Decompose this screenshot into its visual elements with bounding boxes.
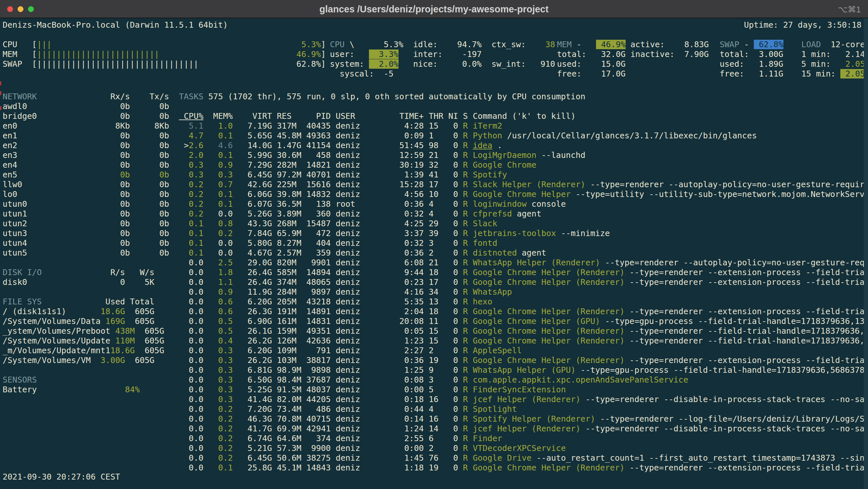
- cpu-value: 0.0: [179, 453, 203, 463]
- ni-value: 0: [448, 150, 458, 160]
- cpu-stats-line4: syscal: -5: [330, 69, 394, 79]
- user-value: deniz: [336, 248, 395, 258]
- text: [482, 40, 492, 49]
- thr-value: 2: [429, 443, 448, 453]
- tasks-counts: 575 (1702 thr), 575 run, 0 slp, 0 oth so…: [203, 92, 585, 101]
- load-line3: 5 min: 2.05: [801, 59, 865, 69]
- text: [331, 443, 336, 453]
- text: [424, 424, 429, 433]
- cpu-value: 0.0: [179, 316, 203, 326]
- rx-value: 0b: [91, 219, 130, 228]
- process-row: 0.0 0.5 6.90G 161M 14831 deniz 20:08 11 …: [179, 316, 868, 326]
- text: [468, 229, 473, 238]
- text: [272, 443, 277, 453]
- command-name: iTerm2: [473, 121, 502, 131]
- pid-value: 791: [301, 346, 331, 355]
- text: 15.0G: [596, 59, 625, 69]
- scrollbar-track[interactable]: [864, 18, 868, 489]
- command-args: --type=renderer --field-trial-handle=171…: [625, 336, 868, 345]
- text: [272, 190, 277, 199]
- text: [331, 346, 336, 355]
- virt-value: 5.21G: [233, 443, 272, 453]
- text: [272, 238, 277, 248]
- scrollback-mark-icon: [0, 91, 1, 95]
- text: [458, 307, 463, 316]
- user-value: deniz: [336, 316, 395, 326]
- tx-value: 0b: [130, 150, 169, 160]
- section-title: SENSORS: [3, 375, 37, 384]
- cpu-value: 0.0: [179, 336, 203, 345]
- gauge-label: MEM: [3, 50, 32, 59]
- scrollback-mark-icon: [0, 81, 1, 85]
- command-args: --type=renderer --autoplay-policy=no-use…: [600, 258, 868, 267]
- command-args: --type=renderer --autoplay-policy=no-use…: [585, 180, 868, 189]
- text: [331, 463, 336, 472]
- text: [424, 443, 429, 453]
- virt-value: 14.0G: [233, 141, 272, 150]
- text: [468, 287, 473, 296]
- command-args: /usr/local/Cellar/glances/3.1.7/libexec/…: [502, 131, 757, 140]
- state-value: R: [463, 278, 468, 287]
- text: [331, 395, 336, 404]
- process-row: 0.0 0.3 6.50G 98.4M 37687 deniz 0:08 3 0…: [179, 375, 688, 385]
- text: [468, 404, 473, 414]
- core-count: 12-core: [821, 40, 865, 49]
- interface-name: llw0: [3, 180, 91, 189]
- cpu-value: 0.3: [179, 170, 203, 179]
- thr-value: 3: [429, 375, 448, 384]
- cpu-value: 0.0: [179, 287, 203, 296]
- pid-value: 14831: [301, 316, 331, 326]
- command-args: --type=utility --utility-sub-type=networ…: [571, 190, 868, 199]
- network-row: utun2 0b 0b: [3, 219, 169, 229]
- command-args: --type=renderer --extension-process --fi…: [625, 355, 868, 365]
- user-value: deniz: [336, 209, 395, 219]
- thr-value: 4: [429, 209, 448, 219]
- text: 0: [100, 278, 125, 287]
- res-value: 585M: [277, 268, 301, 277]
- text: [424, 180, 429, 189]
- command-name: Spotify: [473, 170, 507, 179]
- text: [331, 404, 336, 414]
- command-name: Google Chrome Helper (Renderer): [473, 307, 625, 316]
- text: [458, 375, 463, 384]
- text: [424, 131, 429, 140]
- text: [458, 463, 463, 472]
- filesys-row: /System/Volumes/Update 110M 605G: [3, 336, 164, 346]
- time-value: 3:37: [394, 229, 424, 238]
- mount-point: /System/Volumes/VM: [3, 355, 100, 365]
- text: [458, 434, 463, 443]
- user-value: deniz: [336, 434, 395, 443]
- res-value: 91.5M: [277, 385, 301, 394]
- text: system:: [330, 59, 369, 69]
- rx-value: 0b: [91, 170, 130, 179]
- time-value: 5:35: [394, 297, 424, 306]
- user-value: deniz: [336, 258, 395, 267]
- text: [424, 258, 429, 267]
- mem-value: 0.3: [203, 355, 232, 365]
- mem-value: 0.3: [203, 170, 232, 179]
- swap-pct-highlight: 62.8%: [754, 40, 783, 49]
- diskio-row: disk0 0 5K: [3, 278, 155, 287]
- text: [458, 414, 463, 424]
- text: [272, 219, 277, 228]
- load-line1: LOAD 12-core: [801, 40, 865, 50]
- state-value: R: [463, 316, 468, 326]
- command-args: agent: [517, 248, 546, 258]
- text: [458, 190, 463, 199]
- thr-value: 3: [429, 238, 448, 248]
- text: [424, 414, 429, 424]
- mount-point: /System/Volumes/Update: [3, 336, 110, 345]
- pid-value: 15616: [301, 180, 331, 189]
- process-row: 0.0 0.2 41.7G 69.9M 42941 deniz 1:24 14 …: [179, 424, 868, 434]
- text: [272, 209, 277, 219]
- text: [468, 268, 473, 277]
- command-args: --auto_restart_count=1 --first_auto_rest…: [532, 453, 868, 463]
- column-user: USER: [336, 111, 395, 121]
- state-value: R: [463, 307, 468, 316]
- mem-value: 0.0: [203, 248, 232, 258]
- res-value: 98.4M: [277, 375, 301, 384]
- command-args: --type=renderer --extension-process --fi…: [625, 278, 868, 287]
- column-time: TIME+: [394, 111, 424, 121]
- rx-value: 0b: [91, 150, 130, 160]
- text: [458, 336, 463, 345]
